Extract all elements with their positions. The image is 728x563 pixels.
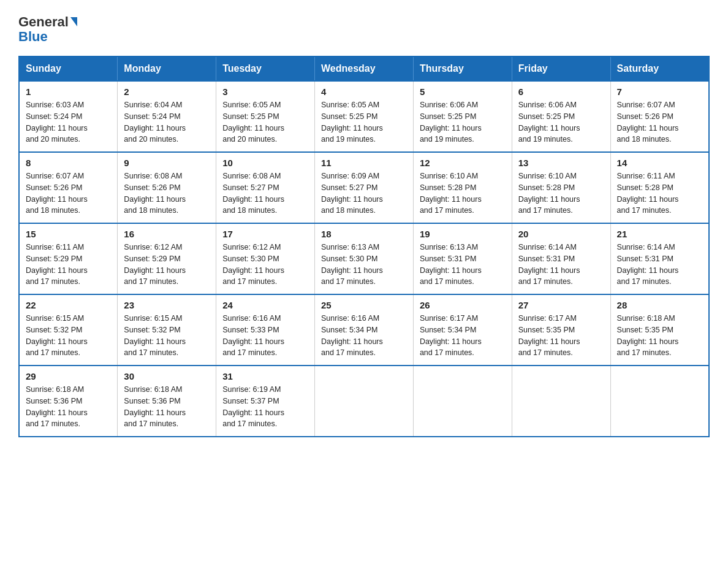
- col-header-monday: Monday: [118, 56, 216, 81]
- day-number: 28: [617, 300, 702, 310]
- day-info: Sunrise: 6:14 AMSunset: 5:31 PMDaylight:…: [617, 242, 702, 288]
- day-info: Sunrise: 6:06 AMSunset: 5:25 PMDaylight:…: [420, 99, 506, 145]
- col-header-thursday: Thursday: [413, 56, 512, 81]
- day-info: Sunrise: 6:13 AMSunset: 5:31 PMDaylight:…: [420, 242, 506, 288]
- day-number: 11: [321, 158, 407, 168]
- day-number: 7: [617, 86, 702, 97]
- day-number: 3: [222, 86, 308, 97]
- calendar-cell: 26 Sunrise: 6:17 AMSunset: 5:34 PMDaylig…: [413, 294, 512, 366]
- day-info: Sunrise: 6:15 AMSunset: 5:32 PMDaylight:…: [124, 313, 210, 359]
- calendar-cell: 9 Sunrise: 6:08 AMSunset: 5:26 PMDayligh…: [118, 152, 216, 223]
- col-header-tuesday: Tuesday: [216, 56, 315, 81]
- logo-triangle-icon: [70, 17, 77, 26]
- calendar-cell: 11 Sunrise: 6:09 AMSunset: 5:27 PMDaylig…: [315, 152, 414, 223]
- day-number: 21: [617, 229, 702, 239]
- day-info: Sunrise: 6:18 AMSunset: 5:36 PMDaylight:…: [124, 384, 210, 430]
- calendar-cell: 1 Sunrise: 6:03 AMSunset: 5:24 PMDayligh…: [19, 81, 118, 152]
- calendar-cell: 15 Sunrise: 6:11 AMSunset: 5:29 PMDaylig…: [19, 223, 118, 294]
- day-info: Sunrise: 6:12 AMSunset: 5:29 PMDaylight:…: [124, 242, 210, 288]
- day-number: 12: [420, 158, 506, 168]
- day-info: Sunrise: 6:11 AMSunset: 5:28 PMDaylight:…: [617, 170, 702, 216]
- calendar-cell: 14 Sunrise: 6:11 AMSunset: 5:28 PMDaylig…: [610, 152, 709, 223]
- col-header-friday: Friday: [512, 56, 610, 81]
- calendar-cell: 17 Sunrise: 6:12 AMSunset: 5:30 PMDaylig…: [216, 223, 315, 294]
- day-number: 22: [26, 300, 111, 310]
- calendar-cell: 6 Sunrise: 6:06 AMSunset: 5:25 PMDayligh…: [512, 81, 610, 152]
- day-number: 9: [124, 158, 210, 168]
- day-number: 16: [124, 229, 210, 239]
- calendar-header-row: SundayMondayTuesdayWednesdayThursdayFrid…: [19, 56, 709, 81]
- day-number: 8: [26, 158, 111, 168]
- day-info: Sunrise: 6:18 AMSunset: 5:36 PMDaylight:…: [26, 384, 111, 430]
- page-header: General Blue: [18, 12, 710, 45]
- calendar-week-row: 15 Sunrise: 6:11 AMSunset: 5:29 PMDaylig…: [19, 223, 709, 294]
- calendar-cell: 18 Sunrise: 6:13 AMSunset: 5:30 PMDaylig…: [315, 223, 414, 294]
- calendar-cell: 24 Sunrise: 6:16 AMSunset: 5:33 PMDaylig…: [216, 294, 315, 366]
- day-number: 31: [222, 371, 308, 381]
- calendar-cell: 19 Sunrise: 6:13 AMSunset: 5:31 PMDaylig…: [413, 223, 512, 294]
- calendar-cell: 5 Sunrise: 6:06 AMSunset: 5:25 PMDayligh…: [413, 81, 512, 152]
- calendar-cell: [315, 366, 414, 437]
- calendar-week-row: 8 Sunrise: 6:07 AMSunset: 5:26 PMDayligh…: [19, 152, 709, 223]
- day-info: Sunrise: 6:03 AMSunset: 5:24 PMDaylight:…: [26, 99, 111, 145]
- day-number: 30: [124, 371, 210, 381]
- day-info: Sunrise: 6:10 AMSunset: 5:28 PMDaylight:…: [420, 170, 506, 216]
- day-info: Sunrise: 6:11 AMSunset: 5:29 PMDaylight:…: [26, 242, 111, 288]
- day-number: 13: [518, 158, 604, 168]
- calendar-cell: 2 Sunrise: 6:04 AMSunset: 5:24 PMDayligh…: [118, 81, 216, 152]
- calendar-week-row: 29 Sunrise: 6:18 AMSunset: 5:36 PMDaylig…: [19, 366, 709, 437]
- day-info: Sunrise: 6:09 AMSunset: 5:27 PMDaylight:…: [321, 170, 407, 216]
- day-number: 26: [420, 300, 506, 310]
- calendar-cell: 3 Sunrise: 6:05 AMSunset: 5:25 PMDayligh…: [216, 81, 315, 152]
- day-number: 19: [420, 229, 506, 239]
- day-number: 4: [321, 86, 407, 97]
- day-info: Sunrise: 6:17 AMSunset: 5:34 PMDaylight:…: [420, 313, 506, 359]
- calendar-cell: 25 Sunrise: 6:16 AMSunset: 5:34 PMDaylig…: [315, 294, 414, 366]
- calendar-cell: 27 Sunrise: 6:17 AMSunset: 5:35 PMDaylig…: [512, 294, 610, 366]
- calendar-table: SundayMondayTuesdayWednesdayThursdayFrid…: [18, 56, 710, 437]
- day-info: Sunrise: 6:14 AMSunset: 5:31 PMDaylight:…: [518, 242, 604, 288]
- calendar-cell: [610, 366, 709, 437]
- day-number: 17: [222, 229, 308, 239]
- day-info: Sunrise: 6:16 AMSunset: 5:33 PMDaylight:…: [222, 313, 308, 359]
- calendar-cell: 22 Sunrise: 6:15 AMSunset: 5:32 PMDaylig…: [19, 294, 118, 366]
- calendar-cell: 31 Sunrise: 6:19 AMSunset: 5:37 PMDaylig…: [216, 366, 315, 437]
- calendar-cell: 28 Sunrise: 6:18 AMSunset: 5:35 PMDaylig…: [610, 294, 709, 366]
- day-number: 5: [420, 86, 506, 97]
- day-number: 20: [518, 229, 604, 239]
- day-info: Sunrise: 6:13 AMSunset: 5:30 PMDaylight:…: [321, 242, 407, 288]
- calendar-cell: 21 Sunrise: 6:14 AMSunset: 5:31 PMDaylig…: [610, 223, 709, 294]
- calendar-cell: 12 Sunrise: 6:10 AMSunset: 5:28 PMDaylig…: [413, 152, 512, 223]
- calendar-cell: 4 Sunrise: 6:05 AMSunset: 5:25 PMDayligh…: [315, 81, 414, 152]
- day-number: 2: [124, 86, 210, 97]
- day-info: Sunrise: 6:18 AMSunset: 5:35 PMDaylight:…: [617, 313, 702, 359]
- day-number: 15: [26, 229, 111, 239]
- calendar-cell: 16 Sunrise: 6:12 AMSunset: 5:29 PMDaylig…: [118, 223, 216, 294]
- day-info: Sunrise: 6:19 AMSunset: 5:37 PMDaylight:…: [222, 384, 308, 430]
- day-number: 14: [617, 158, 702, 168]
- day-info: Sunrise: 6:17 AMSunset: 5:35 PMDaylight:…: [518, 313, 604, 359]
- day-number: 23: [124, 300, 210, 310]
- calendar-cell: 23 Sunrise: 6:15 AMSunset: 5:32 PMDaylig…: [118, 294, 216, 366]
- calendar-cell: 30 Sunrise: 6:18 AMSunset: 5:36 PMDaylig…: [118, 366, 216, 437]
- day-number: 29: [26, 371, 111, 381]
- day-info: Sunrise: 6:15 AMSunset: 5:32 PMDaylight:…: [26, 313, 111, 359]
- day-number: 24: [222, 300, 308, 310]
- calendar-cell: [512, 366, 610, 437]
- calendar-cell: [413, 366, 512, 437]
- day-number: 27: [518, 300, 604, 310]
- calendar-cell: 20 Sunrise: 6:14 AMSunset: 5:31 PMDaylig…: [512, 223, 610, 294]
- day-number: 18: [321, 229, 407, 239]
- logo: General Blue: [18, 12, 77, 45]
- day-info: Sunrise: 6:05 AMSunset: 5:25 PMDaylight:…: [321, 99, 407, 145]
- day-info: Sunrise: 6:07 AMSunset: 5:26 PMDaylight:…: [617, 99, 702, 145]
- calendar-cell: 8 Sunrise: 6:07 AMSunset: 5:26 PMDayligh…: [19, 152, 118, 223]
- day-info: Sunrise: 6:16 AMSunset: 5:34 PMDaylight:…: [321, 313, 407, 359]
- logo-blue-text: Blue: [18, 29, 48, 45]
- day-number: 6: [518, 86, 604, 97]
- day-info: Sunrise: 6:10 AMSunset: 5:28 PMDaylight:…: [518, 170, 604, 216]
- calendar-cell: 10 Sunrise: 6:08 AMSunset: 5:27 PMDaylig…: [216, 152, 315, 223]
- calendar-cell: 7 Sunrise: 6:07 AMSunset: 5:26 PMDayligh…: [610, 81, 709, 152]
- col-header-saturday: Saturday: [610, 56, 709, 81]
- day-info: Sunrise: 6:06 AMSunset: 5:25 PMDaylight:…: [518, 99, 604, 145]
